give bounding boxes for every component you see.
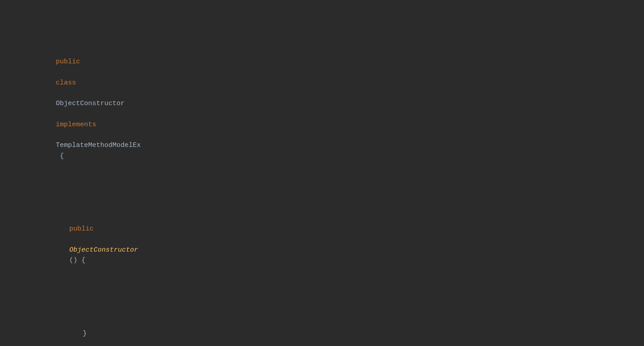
keyword-implements: implements [56, 121, 96, 129]
code-line-1: public class ObjectConstructor implement… [0, 46, 644, 172]
keyword-class: class [56, 79, 76, 87]
code-editor: public class ObjectConstructor implement… [0, 0, 644, 346]
code-line-2: public ObjectConstructor () { [0, 213, 644, 276]
line-content-3: } [18, 318, 644, 346]
line-content-2: public ObjectConstructor () { [18, 213, 644, 276]
code-line-3: } [0, 318, 644, 346]
interface-name: TemplateMethodModelEx [56, 142, 141, 149]
classname-objectconstructor: ObjectConstructor [56, 100, 125, 107]
keyword-public: public [56, 58, 80, 66]
constructor-name: ObjectConstructor [69, 246, 138, 254]
keyword-public2: public [69, 225, 94, 233]
line-content-1: public class ObjectConstructor implement… [18, 46, 644, 172]
